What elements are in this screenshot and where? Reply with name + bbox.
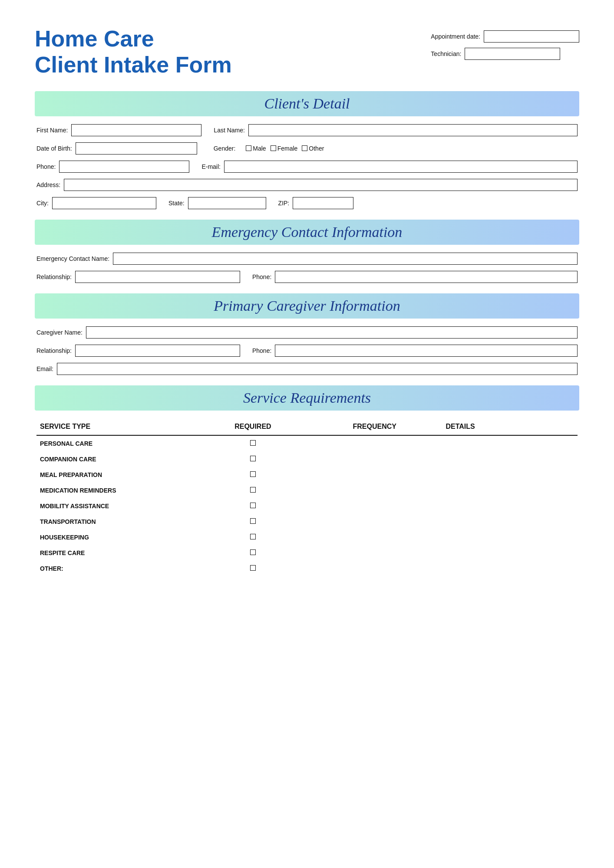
gender-male-option: Male <box>246 145 266 152</box>
caregiver-name-input[interactable] <box>86 326 578 339</box>
service-checkbox[interactable] <box>250 440 256 446</box>
city-label: City: <box>36 200 49 207</box>
caregiver-phone-input[interactable] <box>275 345 578 357</box>
required-cell <box>199 529 307 545</box>
emergency-name-input[interactable] <box>113 253 578 265</box>
phone-input[interactable] <box>59 161 189 173</box>
emergency-relationship-label: Relationship: <box>36 273 72 280</box>
service-type-cell: MOBILITY ASSISTANCE <box>36 498 199 514</box>
frequency-cell <box>307 498 442 514</box>
client-detail-section: First Name: Last Name: Date of Birth: Ge… <box>35 124 579 209</box>
gender-label: Gender: <box>214 145 236 152</box>
gender-group: Male Female Other <box>246 145 324 152</box>
first-name-input[interactable] <box>71 124 201 136</box>
frequency-cell <box>307 467 442 483</box>
service-requirements-section: SERVICE TYPE REQUIRED FREQUENCY DETAILS … <box>35 418 579 576</box>
appointment-date-label: Appointment date: <box>431 33 480 40</box>
service-type-cell: TRANSPORTATION <box>36 514 199 529</box>
frequency-cell <box>307 561 442 576</box>
emergency-name-row: Emergency Contact Name: <box>36 253 578 265</box>
gender-male-label: Male <box>253 145 266 152</box>
emergency-rel-phone-row: Relationship: Phone: <box>36 271 578 283</box>
service-checkbox[interactable] <box>250 471 256 477</box>
address-row: Address: <box>36 179 578 191</box>
details-cell <box>442 561 578 576</box>
required-cell <box>199 483 307 498</box>
page-header: Home Care Client Intake Form Appointment… <box>35 26 579 78</box>
city-input[interactable] <box>52 197 156 209</box>
required-cell <box>199 451 307 467</box>
frequency-cell <box>307 483 442 498</box>
required-cell <box>199 514 307 529</box>
address-input[interactable] <box>64 179 578 191</box>
table-row: RESPITE CARE <box>36 545 578 561</box>
caregiver-section: Caregiver Name: Relationship: Phone: Ema… <box>35 326 579 375</box>
details-cell <box>442 467 578 483</box>
appointment-date-input[interactable] <box>484 30 579 43</box>
service-checkbox[interactable] <box>250 565 256 571</box>
service-requirements-header: Service Requirements <box>35 385 579 411</box>
emergency-name-label: Emergency Contact Name: <box>36 255 109 262</box>
required-cell <box>199 545 307 561</box>
form-title: Home Care Client Intake Form <box>35 26 232 78</box>
frequency-cell <box>307 529 442 545</box>
emergency-relationship-input[interactable] <box>75 271 240 283</box>
col-header-required: REQUIRED <box>199 418 307 435</box>
gender-female-option: Female <box>271 145 298 152</box>
emergency-contact-heading: Emergency Contact Information <box>212 224 403 240</box>
details-cell <box>442 451 578 467</box>
dob-label: Date of Birth: <box>36 145 72 152</box>
emergency-contact-section: Emergency Contact Name: Relationship: Ph… <box>35 253 579 283</box>
required-cell <box>199 435 307 451</box>
gender-male-checkbox[interactable] <box>246 145 251 151</box>
caregiver-header: Primary Caregiver Information <box>35 293 579 319</box>
technician-label: Technician: <box>431 50 461 57</box>
details-cell <box>442 529 578 545</box>
last-name-input[interactable] <box>248 124 578 136</box>
service-checkbox[interactable] <box>250 518 256 524</box>
service-type-cell: PERSONAL CARE <box>36 435 199 451</box>
first-name-label: First Name: <box>36 127 68 134</box>
caregiver-rel-phone-row: Relationship: Phone: <box>36 345 578 357</box>
table-row: OTHER: <box>36 561 578 576</box>
service-type-cell: OTHER: <box>36 561 199 576</box>
service-type-cell: RESPITE CARE <box>36 545 199 561</box>
gender-other-option: Other <box>302 145 324 152</box>
frequency-cell <box>307 435 442 451</box>
frequency-cell <box>307 545 442 561</box>
details-cell <box>442 498 578 514</box>
dob-input[interactable] <box>76 142 197 155</box>
state-input[interactable] <box>188 197 266 209</box>
emergency-phone-label: Phone: <box>252 273 271 280</box>
gender-other-checkbox[interactable] <box>302 145 307 151</box>
service-checkbox[interactable] <box>250 456 256 461</box>
phone-email-row: Phone: E-mail: <box>36 161 578 173</box>
service-type-cell: COMPANION CARE <box>36 451 199 467</box>
service-type-cell: HOUSEKEEPING <box>36 529 199 545</box>
service-checkbox[interactable] <box>250 534 256 539</box>
table-row: HOUSEKEEPING <box>36 529 578 545</box>
service-checkbox[interactable] <box>250 549 256 555</box>
service-table: SERVICE TYPE REQUIRED FREQUENCY DETAILS … <box>36 418 578 576</box>
emergency-phone-input[interactable] <box>275 271 578 283</box>
technician-row: Technician: <box>431 48 579 60</box>
caregiver-name-row: Caregiver Name: <box>36 326 578 339</box>
caregiver-relationship-input[interactable] <box>75 345 240 357</box>
service-checkbox[interactable] <box>250 503 256 508</box>
details-cell <box>442 483 578 498</box>
email-input[interactable] <box>224 161 578 173</box>
gender-female-checkbox[interactable] <box>271 145 276 151</box>
table-row: MOBILITY ASSISTANCE <box>36 498 578 514</box>
email-label: E-mail: <box>201 163 221 170</box>
caregiver-email-input[interactable] <box>57 363 578 375</box>
zip-input[interactable] <box>293 197 353 209</box>
details-cell <box>442 514 578 529</box>
emergency-contact-header: Emergency Contact Information <box>35 220 579 245</box>
service-checkbox[interactable] <box>250 487 256 493</box>
table-row: PERSONAL CARE <box>36 435 578 451</box>
client-detail-header: Client's Detail <box>35 91 579 116</box>
col-header-service-type: SERVICE TYPE <box>36 418 199 435</box>
table-row: TRANSPORTATION <box>36 514 578 529</box>
table-header-row: SERVICE TYPE REQUIRED FREQUENCY DETAILS <box>36 418 578 435</box>
technician-input[interactable] <box>465 48 560 60</box>
